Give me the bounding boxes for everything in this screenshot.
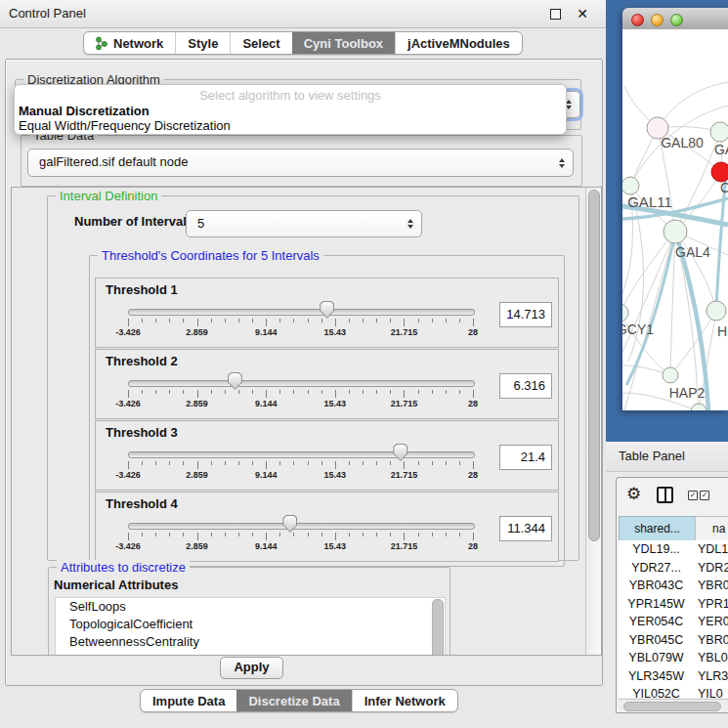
traffic-light-zoom-icon[interactable]	[670, 14, 683, 26]
network-node-label: GAL80	[661, 135, 704, 150]
table-data-combobox[interactable]: galFiltered.sif default node	[27, 149, 574, 177]
apply-button[interactable]: Apply	[220, 657, 283, 679]
network-node-HAP2[interactable]	[663, 367, 678, 383]
tab-infer-network[interactable]: Infer Network	[352, 690, 457, 711]
network-node-GAL11[interactable]	[622, 177, 639, 194]
tab-jactivemnodules[interactable]: jActiveMNodules	[395, 32, 522, 54]
checkbox-icon[interactable]: ✓	[700, 491, 709, 500]
tab-discretize-data[interactable]: Discretize Data	[236, 690, 351, 711]
list-item-topologicalcoefficient[interactable]: TopologicalCoefficient	[56, 616, 445, 633]
tab-select-label: Select	[242, 36, 279, 51]
minor-tick	[363, 533, 364, 536]
slider-thumb[interactable]	[282, 515, 297, 533]
slider-thumb[interactable]	[228, 372, 242, 390]
slider-ticks	[128, 533, 473, 540]
minor-tick	[363, 390, 364, 394]
network-node-GCY1[interactable]	[622, 304, 628, 321]
tab-select[interactable]: Select	[230, 32, 291, 54]
minor-tick	[183, 319, 184, 322]
list-item-selfloops[interactable]: SelfLoops	[56, 598, 445, 616]
table-row[interactable]: YBR045CYBR0	[619, 631, 728, 650]
table-cell-name[interactable]: YIL0	[698, 685, 728, 698]
table-cell-shared[interactable]: YBR043C	[619, 577, 694, 595]
scrollbar-thumb[interactable]	[623, 702, 721, 711]
table-cell-name[interactable]: YDR2	[698, 559, 728, 578]
slider-thumb[interactable]	[393, 444, 407, 461]
tab-cyni-toolbox[interactable]: Cyni Toolbox	[292, 32, 395, 54]
number-of-intervals-combobox[interactable]: 5	[186, 210, 422, 237]
minor-tick	[376, 533, 377, 536]
traffic-light-close-icon[interactable]	[631, 14, 644, 26]
table-row[interactable]: YBR043CYBR0	[619, 577, 728, 595]
checkbox-icon[interactable]: ✓	[688, 491, 698, 500]
gear-icon[interactable]: ⚙	[626, 486, 641, 502]
traffic-light-minimize-icon[interactable]	[651, 14, 664, 26]
network-node-GA[interactable]	[710, 122, 728, 142]
major-tick	[335, 319, 336, 326]
major-tick	[473, 319, 474, 326]
table-cell-name[interactable]: YPR1	[698, 595, 728, 614]
slider-tick-labels: -3.4262.8599.14415.4321.71528	[128, 399, 473, 410]
table-header-cell-name[interactable]: na	[695, 516, 728, 541]
table-row[interactable]: YDR27...YDR2	[619, 559, 728, 578]
slider-track[interactable]	[128, 523, 475, 530]
minor-tick	[446, 533, 447, 536]
minor-tick	[169, 319, 170, 322]
table-cell-shared[interactable]: YER054C	[619, 613, 694, 631]
tab-network[interactable]: Network	[84, 32, 175, 54]
threshold-value-input[interactable]: 6.316	[499, 373, 552, 399]
table-cell-shared[interactable]: YDR27...	[619, 559, 694, 578]
vertical-scrollbar[interactable]	[585, 188, 601, 655]
tab-style[interactable]: Style	[175, 32, 230, 54]
table-cell-shared[interactable]: YDL19...	[619, 540, 694, 559]
dropdown-option-manual-discretization[interactable]: Manual Discretization	[19, 104, 150, 118]
table-header-cell-shared[interactable]: shared...	[619, 516, 696, 541]
slider-track[interactable]	[128, 451, 475, 458]
dropdown-option-equal-width-frequency[interactable]: Equal Width/Frequency Discretization	[19, 118, 231, 133]
table-cell-shared[interactable]: YPR145W	[619, 595, 694, 614]
major-tick	[335, 461, 336, 469]
slider-thumb[interactable]	[320, 301, 334, 319]
tick-label: 21.715	[391, 541, 418, 551]
table-row[interactable]: YPR145WYPR1	[619, 595, 728, 614]
minor-tick	[418, 533, 419, 536]
thresholds-group-title: Threshold's Coordinates for 5 Intervals	[98, 248, 323, 263]
threshold-value-input[interactable]: 21.4	[499, 445, 552, 470]
table-cell-name[interactable]: YLR3	[698, 667, 728, 686]
table-cell-name[interactable]: YBL0	[698, 649, 728, 667]
close-icon[interactable]: ✕	[577, 4, 588, 23]
table-cell-name[interactable]: YBR0	[698, 577, 728, 595]
attributes-list[interactable]: SelfLoopsTopologicalCoefficientBetweenne…	[55, 597, 446, 656]
minor-tick	[349, 390, 350, 394]
network-node-C[interactable]	[711, 162, 728, 182]
table-row[interactable]: YLR345WYLR3	[619, 667, 728, 686]
scrollbar-thumb[interactable]	[588, 190, 600, 541]
float-window-icon[interactable]	[550, 9, 561, 20]
split-columns-icon[interactable]	[657, 487, 673, 503]
table-cell-name[interactable]: YBR0	[698, 631, 728, 650]
major-tick	[404, 533, 405, 540]
slider-track[interactable]	[128, 380, 475, 387]
table-cell-shared[interactable]: YLR345W	[619, 667, 694, 686]
table-row[interactable]: YBL079WYBL0	[619, 649, 728, 667]
network-node-H[interactable]	[707, 301, 726, 321]
table-cell-name[interactable]: YDL1	[698, 540, 728, 559]
threshold-value-input[interactable]: 14.713	[499, 302, 552, 327]
list-item-betweennesscentrality[interactable]: BetweennessCentrality	[56, 633, 445, 651]
table-cell-name[interactable]: YER0	[698, 613, 728, 631]
threshold-value-input[interactable]: 11.344	[499, 516, 552, 541]
table-cell-shared[interactable]: YBR045C	[619, 631, 694, 650]
horizontal-scrollbar[interactable]	[619, 699, 728, 710]
tab-impute-data[interactable]: Impute Data	[141, 690, 236, 711]
table-row[interactable]: YIL052CYIL0	[619, 685, 728, 698]
list-scrollbar-thumb[interactable]	[432, 599, 444, 656]
network-node-node[interactable]	[691, 404, 707, 410]
table-cell-shared[interactable]: YIL052C	[619, 685, 694, 698]
slider-track[interactable]	[128, 309, 475, 316]
network-canvas[interactable]: GAL80GACGAL11GAL4GCY1HHAP2	[622, 29, 728, 410]
table-cell-shared[interactable]: YBL079W	[619, 649, 694, 667]
network-node-GAL4[interactable]	[664, 220, 687, 243]
table-row[interactable]: YDL19...YDL1	[619, 540, 728, 559]
table-row[interactable]: YER054CYER0	[619, 613, 728, 631]
tick-label: 15.43	[324, 470, 347, 480]
